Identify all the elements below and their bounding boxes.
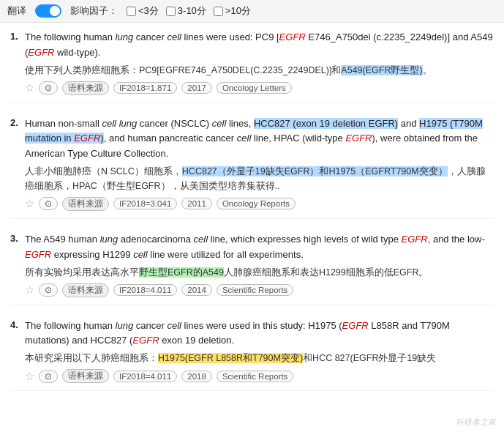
result-text-block: Human non-small cell lung cancer (NSCLC)… [25, 116, 494, 211]
translate-toggle[interactable] [35, 4, 61, 18]
journal-tag[interactable]: Scientific Reports [217, 284, 293, 296]
result-number: 4. [10, 319, 22, 330]
if-tag[interactable]: IF2018=4.011 [113, 284, 177, 296]
watermark: 科研者之家 [456, 417, 497, 428]
if-tag[interactable]: IF2018=3.041 [113, 198, 177, 209]
filter-3to10[interactable]: 3-10分 [166, 4, 206, 18]
results-content: 1.The following human lung cancer cell l… [0, 23, 504, 412]
source-tag[interactable]: 语料来源 [62, 283, 109, 297]
source-tag[interactable]: 语料来源 [62, 197, 109, 211]
if-tag[interactable]: IF2018=1.871 [113, 82, 177, 94]
filter-lt3[interactable]: <3分 [127, 4, 159, 18]
result-item: 1.The following human lung cancer cell l… [10, 30, 494, 103]
result-text-block: The following human lung cancer cell lin… [25, 30, 494, 95]
result-number: 2. [10, 117, 22, 128]
result-cn-text: 本研究采用以下人肺癌细胞系：H1975(EGFR L858R和T790M突变)和… [25, 351, 494, 365]
result-en-text: The A549 human lung adenocarcinoma cell … [25, 232, 494, 263]
translate-label: 翻译 [7, 4, 26, 18]
filter-gt10-label: >10分 [225, 4, 251, 18]
filter-lt3-label: <3分 [138, 4, 159, 18]
journal-tag[interactable]: Oncology Reports [217, 198, 296, 209]
filter-lt3-checkbox[interactable] [127, 7, 136, 16]
circle-button[interactable]: ⊙ [39, 81, 58, 94]
result-en-text: The following human lung cancer cell lin… [25, 30, 494, 61]
toggle-knob [50, 6, 60, 16]
result-header: 4.The following human lung cancer cell l… [10, 319, 494, 384]
star-button[interactable]: ☆ [25, 81, 34, 94]
star-button[interactable]: ☆ [25, 197, 34, 210]
filter-gt10[interactable]: >10分 [214, 4, 251, 18]
result-header: 3.The A549 human lung adenocarcinoma cel… [10, 232, 494, 297]
meta-row: ☆⊙语料来源IF2018=4.0112014Scientific Reports [25, 283, 494, 297]
filter-group: <3分 3-10分 >10分 [127, 4, 251, 18]
meta-row: ☆⊙语料来源IF2018=3.0412011Oncology Reports [25, 197, 494, 211]
meta-row: ☆⊙语料来源IF2018=4.0112018Scientific Reports [25, 369, 494, 383]
star-button[interactable]: ☆ [25, 370, 34, 383]
result-item: 3.The A549 human lung adenocarcinoma cel… [10, 232, 494, 305]
source-tag[interactable]: 语料来源 [62, 369, 109, 383]
year-tag[interactable]: 2014 [181, 284, 212, 296]
result-item: 4.The following human lung cancer cell l… [10, 319, 494, 392]
result-header: 2.Human non-small cell lung cancer (NSCL… [10, 116, 494, 211]
year-tag[interactable]: 2017 [181, 82, 212, 94]
result-number: 1. [10, 31, 22, 42]
result-cn-text: 人非小细胞肺癌（N SCLC）细胞系，HCC827（外显子19缺失EGFR）和H… [25, 164, 494, 193]
journal-tag[interactable]: Scientific Reports [217, 371, 293, 382]
star-button[interactable]: ☆ [25, 283, 34, 297]
result-cn-text: 使用下列人类肺癌细胞系：PC9[EGFRE746_A750DEL(C.2235_… [25, 63, 494, 78]
result-header: 1.The following human lung cancer cell l… [10, 30, 494, 95]
result-text-block: The A549 human lung adenocarcinoma cell … [25, 232, 494, 297]
result-cn-text: 所有实验均采用表达高水平野生型EGFR的A549人肺腺癌细胞系和表达H1299细… [25, 265, 494, 280]
source-tag[interactable]: 语料来源 [62, 81, 109, 95]
year-tag[interactable]: 2011 [181, 198, 212, 209]
meta-row: ☆⊙语料来源IF2018=1.8712017Oncology Letters [25, 81, 494, 95]
filter-3to10-checkbox[interactable] [166, 7, 176, 16]
filter-gt10-checkbox[interactable] [214, 7, 223, 16]
result-item: 2.Human non-small cell lung cancer (NSCL… [10, 116, 494, 219]
filter-label: 影响因子： [70, 4, 118, 18]
result-en-text: Human non-small cell lung cancer (NSCLC)… [25, 116, 494, 162]
circle-button[interactable]: ⊙ [39, 370, 58, 383]
result-text-block: The following human lung cancer cell lin… [25, 319, 494, 384]
top-bar: 翻译 影响因子： <3分 3-10分 >10分 [0, 0, 504, 23]
circle-button[interactable]: ⊙ [39, 197, 58, 210]
result-number: 3. [10, 233, 22, 244]
circle-button[interactable]: ⊙ [39, 283, 58, 297]
journal-tag[interactable]: Oncology Letters [217, 82, 292, 94]
result-en-text: The following human lung cancer cell lin… [25, 319, 494, 349]
filter-3to10-label: 3-10分 [178, 4, 206, 18]
if-tag[interactable]: IF2018=4.011 [113, 371, 177, 382]
year-tag[interactable]: 2018 [181, 371, 212, 382]
